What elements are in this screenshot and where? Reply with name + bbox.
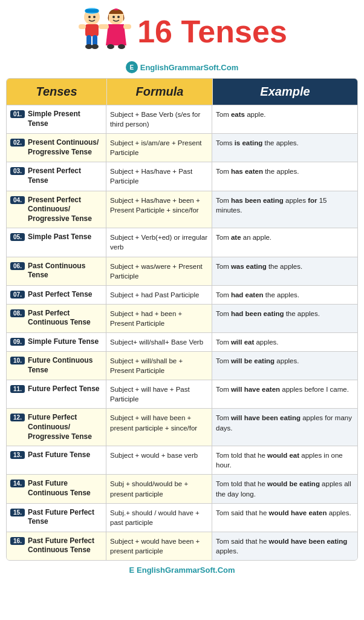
- table-row: 10.Future Continuous TenseSubject + will…: [7, 351, 357, 380]
- cell-formula-15: Subj.+ should / would have + past partic…: [106, 504, 212, 532]
- table-row: 01.Simple Present TenseSubject + Base Ve…: [7, 105, 357, 133]
- cell-example-13: Tom told that he would eat apples in one…: [212, 446, 357, 474]
- svg-point-11: [91, 44, 99, 49]
- cartoon-svg: [77, 6, 131, 54]
- cell-tense-11: 11.Future Perfect Tense: [7, 380, 106, 408]
- cell-tense-10: 10.Future Continuous Tense: [7, 352, 106, 380]
- cell-example-11: Tom will have eaten apples before I came…: [212, 380, 357, 408]
- table-row: 05.Simple Past TenseSubject + Verb(+ed) …: [7, 228, 357, 256]
- cell-formula-2: Subject + is/am/are + Present Participle: [106, 134, 212, 162]
- svg-rect-6: [79, 24, 86, 29]
- table-row: 08.Past Perfect Continuous TenseSubject …: [7, 304, 357, 332]
- table-row: 07.Past Perfect TenseSubject + had Past …: [7, 285, 357, 304]
- cell-example-9: Tom will eat apples.: [212, 333, 357, 351]
- cell-example-8: Tom had been eating the apples.: [212, 305, 357, 332]
- cell-formula-12: Subject + will have been + present parti…: [106, 409, 212, 446]
- row-number: 05.: [10, 233, 25, 241]
- tense-name: Past Future Tense: [28, 450, 90, 460]
- cell-formula-9: Subject+ will/shall+ Base Verb: [106, 333, 212, 351]
- cell-formula-3: Subject + Has/have + Past Participle: [106, 162, 212, 190]
- row-number: 12.: [10, 414, 25, 421]
- cell-formula-6: Subject + was/were + Present Participle: [106, 257, 212, 285]
- row-number: 14.: [10, 480, 25, 487]
- tense-name: Past Continuous Tense: [28, 262, 102, 280]
- cell-example-2: Toms is eating the apples.: [212, 134, 357, 162]
- cell-tense-8: 08.Past Perfect Continuous Tense: [7, 305, 106, 332]
- tense-name: Simple Present Tense: [28, 110, 102, 128]
- row-number: 08.: [10, 309, 25, 317]
- cell-formula-1: Subject + Base Verb (s/es for third pers…: [106, 105, 212, 133]
- cell-tense-9: 09.Simple Future Tense: [7, 333, 106, 351]
- row-number: 10.: [10, 357, 25, 364]
- cell-example-3: Tom has eaten the apples.: [212, 162, 357, 190]
- logo-icon: E: [126, 61, 138, 73]
- cell-tense-15: 15.Past Future Perfect Tense: [7, 504, 106, 532]
- cell-formula-5: Subject + Verb(+ed) or irregular verb: [106, 228, 212, 256]
- svg-point-13: [112, 16, 115, 18]
- col-header-tenses: Tenses: [7, 79, 106, 105]
- cell-tense-14: 14.Past Future Continuous Tense: [7, 475, 106, 503]
- tense-name: Past Perfect Continuous Tense: [28, 309, 102, 328]
- cell-formula-8: Subject + had + been + Present Participl…: [106, 305, 212, 332]
- cell-formula-10: Subject + will/shall be + Present Partic…: [106, 352, 212, 380]
- svg-rect-5: [85, 24, 99, 36]
- row-number: 13.: [10, 451, 25, 459]
- row-number: 04.: [10, 196, 25, 204]
- tense-name: Present Perfect Tense: [28, 167, 102, 185]
- row-number: 03.: [10, 167, 25, 175]
- svg-point-18: [118, 44, 125, 49]
- table-row: 02.Present Continuous/ Progressive Tense…: [7, 133, 357, 162]
- website-tag-bottom: E EnglishGrammarSoft.Com: [6, 566, 358, 575]
- website-name-bottom: EnglishGrammarSoft.Com: [137, 566, 235, 575]
- svg-point-14: [117, 16, 120, 18]
- table-row: 15.Past Future Perfect TenseSubj.+ shoul…: [7, 503, 357, 532]
- tense-name: Past Future Perfect Continuous Tense: [28, 536, 102, 555]
- cell-tense-3: 03.Present Perfect Tense: [7, 162, 106, 190]
- cell-formula-4: Subject + Has/have + been + Present Part…: [106, 191, 212, 228]
- table-header: Tenses Formula Example: [7, 79, 357, 105]
- row-number: 16.: [10, 537, 25, 545]
- logo-icon-bottom: E: [129, 566, 134, 575]
- col-header-formula: Formula: [106, 79, 212, 105]
- cell-formula-14: Subj + should/would be + present partici…: [106, 475, 212, 503]
- header-title: 16 Tenses: [137, 16, 287, 47]
- cell-example-14: Tom told that he would be eating apples …: [212, 475, 357, 503]
- table-row: 06.Past Continuous TenseSubject + was/we…: [7, 257, 357, 285]
- tense-name: Simple Past Tense: [28, 232, 91, 242]
- cell-tense-4: 04.Present Perfect Continuous/ Progressi…: [7, 191, 106, 228]
- svg-rect-2: [85, 9, 99, 13]
- tense-name: Future Continuous Tense: [28, 356, 102, 375]
- row-number: 09.: [10, 338, 25, 346]
- cell-example-7: Tom had eaten the apples.: [212, 286, 357, 304]
- table-row: 16.Past Future Perfect Continuous TenseS…: [7, 532, 357, 560]
- table-row: 03.Present Perfect TenseSubject + Has/ha…: [7, 162, 357, 190]
- cell-example-6: Tom was eating the apples.: [212, 257, 357, 285]
- svg-point-17: [107, 44, 114, 49]
- row-number: 02.: [10, 139, 25, 147]
- svg-point-4: [93, 16, 96, 18]
- svg-rect-15: [101, 24, 109, 29]
- cell-example-15: Tom said that he would have eaten apples…: [212, 504, 357, 532]
- cell-formula-13: Subject + would + base verb: [106, 446, 212, 474]
- table-row: 13.Past Future TenseSubject + would + ba…: [7, 446, 357, 474]
- tense-name: Future Perfect Continuous/ Progressive T…: [28, 413, 102, 441]
- tense-name: Past Future Perfect Tense: [28, 508, 102, 527]
- tense-name: Future Perfect Tense: [28, 384, 99, 394]
- cartoon-image: [77, 6, 131, 56]
- table-row: 09.Simple Future TenseSubject+ will/shal…: [7, 332, 357, 351]
- tense-name: Simple Future Tense: [28, 337, 99, 347]
- row-number: 11.: [10, 385, 25, 393]
- tense-name: Past Perfect Tense: [28, 290, 93, 300]
- cell-example-4: Tom has been eating apples for 15 minute…: [212, 191, 357, 228]
- table-row: 14.Past Future Continuous TenseSubj + sh…: [7, 474, 357, 503]
- cell-example-16: Tom said that he would have been eating …: [212, 532, 357, 560]
- cell-example-10: Tom will be eating apples.: [212, 352, 357, 380]
- tense-name: Past Future Continuous Tense: [28, 479, 102, 498]
- row-number: 06.: [10, 262, 25, 270]
- table-body: 01.Simple Present TenseSubject + Base Ve…: [7, 105, 357, 560]
- cell-example-12: Tom will have been eating apples for man…: [212, 409, 357, 446]
- svg-point-3: [88, 16, 91, 18]
- cell-example-1: Tom eats apple.: [212, 105, 357, 133]
- tense-name: Present Perfect Continuous/ Progressive …: [28, 196, 102, 224]
- cell-tense-6: 06.Past Continuous Tense: [7, 257, 106, 285]
